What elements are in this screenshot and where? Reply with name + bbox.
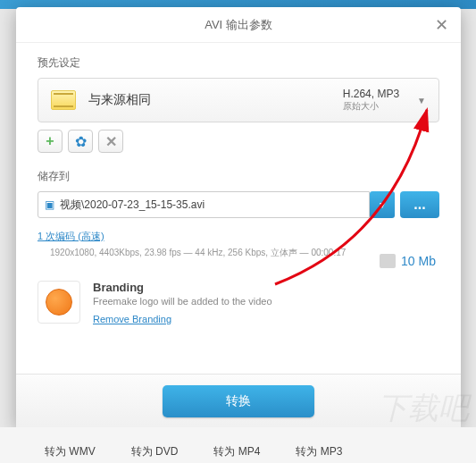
preset-info: H.264, MP3 原始大小 (343, 88, 399, 113)
branding-desc: Freemake logo will be added to the video (93, 296, 272, 307)
edit-preset-button[interactable]: ✿ (68, 130, 93, 153)
preset-name: 与来源相同 (88, 92, 343, 108)
save-path-dropdown-button[interactable]: ▾ (370, 191, 395, 218)
convert-label: 转换 (226, 393, 251, 409)
save-path-input[interactable]: ▣ 视频\2020-07-23_15-15-35.avi (38, 191, 370, 218)
add-preset-button[interactable]: + (38, 130, 63, 153)
save-label: 储存到 (38, 169, 439, 184)
plus-icon: + (46, 133, 54, 149)
branding-title: Branding (93, 281, 272, 294)
dialog-titlebar: AVI 输出参数 ✕ (16, 7, 461, 43)
preset-buttons: + ✿ ✕ (38, 130, 439, 153)
convert-button[interactable]: 转换 (163, 385, 314, 417)
preset-codec: H.264, MP3 (343, 88, 399, 100)
encode-pass-link[interactable]: 1 次编码 (高速) (38, 231, 104, 241)
dialog-title: AVI 输出参数 (205, 17, 272, 33)
gear-icon: ✿ (75, 133, 87, 150)
branding-logo (38, 281, 80, 324)
bg-btn-mp4: 转为 MP4 (213, 444, 260, 463)
chevron-down-icon: ▼ (417, 96, 426, 105)
size-estimate-value: 10 Mb (401, 254, 436, 268)
preset-dropdown[interactable]: 与来源相同 H.264, MP3 原始大小 ▼ (38, 78, 439, 122)
size-estimate: 10 Mb (380, 254, 436, 268)
save-path-row: ▣ 视频\2020-07-23_15-15-35.avi ▾ ... (38, 191, 439, 218)
disk-icon (380, 254, 396, 268)
delete-preset-button[interactable]: ✕ (98, 130, 123, 153)
output-settings-dialog: AVI 输出参数 ✕ 预先设定 与来源相同 H.264, MP3 原始大小 ▼ … (16, 7, 461, 427)
remove-branding-link[interactable]: Remove Branding (93, 314, 171, 324)
video-file-icon: ▣ (38, 198, 60, 211)
branding-text: Branding Freemake logo will be added to … (93, 281, 272, 326)
freemake-icon (46, 289, 72, 316)
film-icon (51, 90, 76, 110)
dialog-body: 预先设定 与来源相同 H.264, MP3 原始大小 ▼ + ✿ ✕ 储存到 (16, 43, 461, 374)
branding-section: Branding Freemake logo will be added to … (38, 281, 439, 326)
save-path-text: 视频\2020-07-23_15-15-35.avi (60, 198, 205, 213)
browse-button[interactable]: ... (400, 191, 439, 218)
dialog-footer: 转换 (16, 374, 461, 427)
browse-label: ... (413, 197, 425, 213)
x-icon: ✕ (105, 133, 117, 150)
preset-size-mode: 原始大小 (343, 100, 399, 113)
bg-btn-mp3: 转为 MP3 (296, 444, 342, 463)
bg-btn-wmv: 转为 WMV (45, 444, 96, 463)
bg-btn-dvd: 转为 DVD (131, 444, 179, 463)
background-footer: 转为 WMV 转为 DVD 转为 MP4 转为 MP3 (0, 427, 476, 463)
close-icon: ✕ (435, 15, 448, 35)
save-section: 储存到 ▣ 视频\2020-07-23_15-15-35.avi ▾ ... (38, 169, 439, 218)
preset-label: 预先设定 (38, 55, 439, 71)
dropdown-icon: ▾ (380, 198, 385, 211)
close-button[interactable]: ✕ (432, 16, 450, 34)
